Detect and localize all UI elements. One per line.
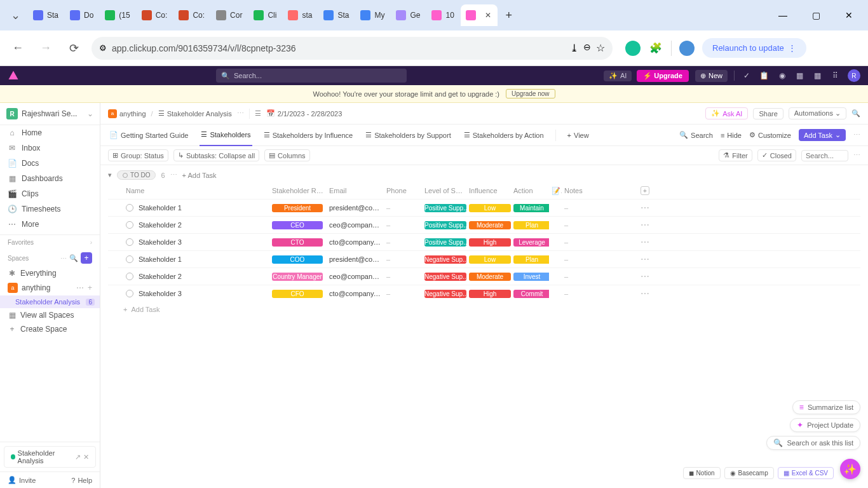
email-cell[interactable]: cto@company.c... (327, 237, 384, 247)
check-icon[interactable]: ✓ (741, 70, 752, 81)
breadcrumb-list[interactable]: ☰ Stakeholder Analysis (158, 109, 232, 118)
workspace-switcher[interactable]: R Rajeshwari Se... ⌄ (0, 103, 100, 125)
row-menu-icon[interactable]: ⋯ (638, 287, 657, 300)
views-search[interactable]: 🔍 Search (679, 131, 713, 139)
back-button[interactable]: ← (8, 38, 28, 58)
ai-fab[interactable]: ✨ (840, 459, 860, 479)
table-row[interactable]: Stakeholder 1 President president@comp..… (108, 199, 860, 216)
column-header[interactable]: Stakeholder Role (269, 186, 327, 196)
help-button[interactable]: ?Help (71, 476, 92, 484)
notepad-icon[interactable]: 📋 (759, 70, 770, 81)
view-tab[interactable]: ☰Stakeholders by Influence (262, 125, 355, 146)
influence-badge[interactable]: High (469, 290, 511, 298)
customize-button[interactable]: ⚙ Customize (749, 131, 791, 139)
toolbar-search-input[interactable] (806, 152, 844, 159)
search-list-button[interactable]: 🔍Search or ask this list (766, 436, 860, 450)
row-menu-icon[interactable]: ⋯ (638, 253, 657, 266)
role-badge[interactable]: COO (272, 255, 323, 264)
browser-tab[interactable]: Sta (318, 4, 354, 26)
column-header[interactable]: Phone (384, 186, 422, 196)
row-menu-icon[interactable]: ⋯ (638, 270, 657, 283)
notion-integration[interactable]: ◼ Notion (683, 467, 721, 479)
reload-button[interactable]: ⟳ (64, 38, 84, 58)
search-icon[interactable]: 🔍 (69, 254, 78, 262)
search-icon[interactable]: 🔍 (851, 109, 860, 118)
status-circle-icon[interactable] (126, 204, 133, 212)
view-tab[interactable]: 📄Getting Started Guide (108, 125, 189, 146)
status-circle-icon[interactable] (126, 255, 133, 263)
column-header[interactable]: Name (123, 186, 269, 196)
support-badge[interactable]: Positive Supp... (424, 238, 466, 247)
hide-button[interactable]: ≡ Hide (721, 132, 742, 139)
ai-button[interactable]: ✨ AI (604, 71, 632, 81)
share-button[interactable]: Share (753, 108, 783, 119)
table-row[interactable]: Stakeholder 2 Country Manager ceo@compan… (108, 268, 860, 285)
filter-button[interactable]: ⚗ Filter (719, 149, 752, 161)
window-close-icon[interactable]: ✕ (835, 5, 863, 25)
more-icon[interactable]: ⋯ (60, 255, 67, 262)
user-avatar[interactable]: R (848, 69, 860, 82)
table-row[interactable]: Stakeholder 2 CEO ceo@company.c... – Pos… (108, 216, 860, 233)
support-badge[interactable]: Negative Sup... (424, 273, 466, 281)
phone-cell[interactable]: – (384, 220, 422, 230)
columns-chip[interactable]: ▤ Columns (264, 149, 309, 161)
support-badge[interactable]: Positive Supp... (424, 204, 466, 212)
action-badge[interactable]: Leverage (513, 238, 549, 247)
date-range[interactable]: 📅 2/1/2023 - 2/28/2023 (266, 109, 342, 118)
clickup-logo-icon[interactable] (8, 70, 19, 81)
upgrade-button[interactable]: ⚡ Upgrade (637, 70, 689, 82)
influence-badge[interactable]: Low (469, 255, 511, 264)
extensions-icon[interactable]: 🧩 (648, 41, 663, 56)
email-cell[interactable]: president@comp... (327, 203, 384, 213)
excel-integration[interactable]: ▦ Excel & CSV (778, 467, 834, 479)
favorites-section[interactable]: Favorites › (0, 235, 100, 248)
tab-dropdown-icon[interactable]: ⌄ (5, 5, 25, 25)
notes-cell[interactable]: – (562, 237, 638, 247)
more-icon[interactable]: ⋯ (853, 151, 860, 159)
basecamp-integration[interactable]: ◉ Basecamp (724, 467, 774, 479)
column-header[interactable]: Notes (562, 186, 638, 196)
window-minimize-icon[interactable]: — (769, 5, 797, 25)
role-badge[interactable]: Country Manager (272, 273, 323, 281)
influence-badge[interactable]: Moderate (469, 221, 511, 229)
browser-tab[interactable]: ✕ (461, 4, 498, 26)
more-icon[interactable]: ⋯ (76, 283, 84, 292)
group-by-chip[interactable]: ⊞ Group: Status (108, 149, 168, 161)
add-space-button[interactable]: + (81, 252, 92, 264)
more-icon[interactable]: ⋮ (788, 43, 796, 53)
column-header[interactable]: Influence (466, 186, 511, 196)
window-maximize-icon[interactable]: ▢ (802, 5, 830, 25)
add-task-button[interactable]: Add Task ⌄ (799, 129, 846, 141)
column-header[interactable]: Email (327, 186, 384, 196)
row-menu-icon[interactable]: ⋯ (638, 236, 657, 248)
phone-cell[interactable]: – (384, 203, 422, 213)
sidebar-item-dashboards[interactable]: ▦Dashboards (0, 171, 100, 186)
grammarly-extension-icon[interactable] (625, 41, 641, 56)
role-badge[interactable]: CFO (272, 290, 323, 298)
status-pill[interactable]: TO DO (117, 170, 156, 180)
summarize-list-button[interactable]: ≡Summarize list (792, 400, 860, 414)
global-search[interactable]: 🔍 Search... (216, 69, 407, 83)
role-badge[interactable]: CTO (272, 238, 323, 247)
row-menu-icon[interactable]: ⋯ (638, 201, 657, 214)
status-circle-icon[interactable] (126, 290, 133, 297)
browser-tab[interactable]: Co: (137, 4, 173, 26)
support-badge[interactable]: Negative Sup... (424, 255, 466, 264)
calendar-icon[interactable]: ▦ (794, 70, 806, 81)
influence-badge[interactable]: Low (469, 204, 511, 212)
automations-button[interactable]: Automations ⌄ (789, 107, 846, 119)
sidebar-item-timesheets[interactable]: 🕒Timesheets (0, 201, 100, 217)
sidebar-item-more[interactable]: ⋯More (0, 217, 100, 232)
sidebar-item-inbox[interactable]: ✉Inbox (0, 140, 100, 156)
browser-tab[interactable]: Sta (28, 4, 64, 26)
subtasks-chip[interactable]: ↳ Subtasks: Collapse all (173, 149, 259, 161)
project-update-button[interactable]: ✦Project Update (790, 418, 860, 432)
forward-button[interactable]: → (36, 38, 56, 58)
sidebar-everything[interactable]: ✱ Everything (0, 266, 100, 280)
email-cell[interactable]: cto@company.c... (327, 288, 384, 299)
status-circle-icon[interactable] (126, 221, 133, 229)
close-icon[interactable]: ✕ (83, 453, 89, 461)
new-button[interactable]: ⊕ New (695, 70, 728, 82)
toolbar-search[interactable] (801, 150, 848, 161)
phone-cell[interactable]: – (384, 288, 422, 299)
